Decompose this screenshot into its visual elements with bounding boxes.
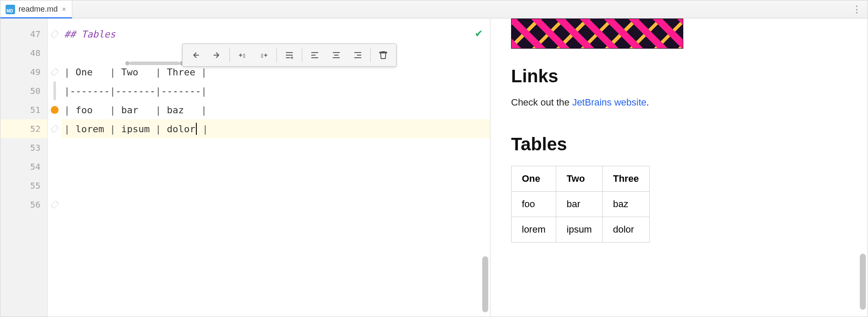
- fold-marker-icon[interactable]: [51, 68, 59, 76]
- editor-pane: 47 48 49 50 51 52 53 54 55 56: [0, 19, 490, 317]
- line-number-gutter: 47 48 49 50 51 52 53 54 55 56: [0, 19, 48, 317]
- fold-marker-icon[interactable]: [51, 201, 59, 209]
- markdown-file-icon: MD: [6, 5, 15, 14]
- line-number: 49: [0, 62, 47, 81]
- line-number: 56: [0, 195, 47, 214]
- fold-bar: [53, 81, 56, 100]
- line-number: 55: [0, 176, 47, 195]
- col-handle-icon[interactable]: [125, 61, 130, 65]
- preview-banner-image: [511, 19, 683, 49]
- jetbrains-link[interactable]: JetBrains website: [572, 97, 646, 108]
- fold-marker-icon[interactable]: [51, 125, 59, 133]
- md-heading: ## Tables: [64, 29, 115, 40]
- th: Two: [556, 166, 603, 192]
- preview-scrollbar-thumb[interactable]: [860, 254, 866, 310]
- gutter-glyphs: [48, 19, 62, 317]
- tab-bar: MD readme.md × ⋮: [0, 0, 868, 19]
- ide-window: MD readme.md × ⋮ 47 48 49 50 51 52 53 54…: [0, 0, 868, 317]
- preview-links-paragraph: Check out the JetBrains website.: [511, 97, 847, 108]
- close-tab-icon[interactable]: ×: [61, 6, 67, 13]
- inspection-ok-icon[interactable]: ✔: [475, 26, 482, 39]
- insert-row-button[interactable]: [279, 46, 300, 65]
- insert-col-before-button[interactable]: +▯: [232, 46, 253, 65]
- table-row: lorem ipsum dolor: [512, 217, 650, 242]
- file-tab-readme[interactable]: MD readme.md ×: [0, 0, 72, 19]
- line-number: 52: [0, 119, 47, 138]
- next-button[interactable]: [207, 46, 227, 65]
- table-row: |-------|-------|-------|: [62, 81, 490, 100]
- markdown-preview-pane: Links Check out the JetBrains website. T…: [490, 19, 868, 317]
- preview-table: One Two Three foo bar baz lorem ipsum do…: [511, 166, 650, 242]
- align-right-button[interactable]: [347, 46, 368, 65]
- table-row: | foo | bar | baz |: [62, 100, 490, 119]
- code-area[interactable]: ## Tables | One | Two | Three | |-------…: [62, 19, 490, 317]
- line-number: 51: [0, 100, 47, 119]
- delete-button[interactable]: [373, 46, 394, 65]
- prev-button[interactable]: [185, 46, 206, 65]
- line-number: 54: [0, 157, 47, 176]
- align-center-button[interactable]: [326, 46, 347, 65]
- intention-bulb-icon[interactable]: [51, 106, 59, 114]
- line-number: 48: [0, 44, 47, 62]
- table-row-active: | lorem | ipsum | dolor |: [62, 119, 490, 138]
- th: Three: [602, 166, 649, 192]
- editor-scrollbar[interactable]: [482, 256, 488, 312]
- line-number: 50: [0, 81, 47, 100]
- preview-heading-links: Links: [511, 66, 847, 87]
- th: One: [512, 166, 556, 192]
- table-floating-toolbar: +▯ ▯+: [182, 44, 397, 67]
- split-body: 47 48 49 50 51 52 53 54 55 56: [0, 19, 868, 317]
- align-left-button[interactable]: [304, 46, 325, 65]
- tab-filename: readme.md: [19, 5, 58, 14]
- insert-col-after-button[interactable]: ▯+: [254, 46, 274, 65]
- line-number: 47: [0, 25, 47, 44]
- preview-heading-tables: Tables: [511, 134, 847, 155]
- line-number: 53: [0, 138, 47, 157]
- preview-scrollbar-track[interactable]: [860, 25, 866, 310]
- fold-marker-icon[interactable]: [51, 30, 59, 38]
- table-row: foo bar baz: [512, 192, 650, 217]
